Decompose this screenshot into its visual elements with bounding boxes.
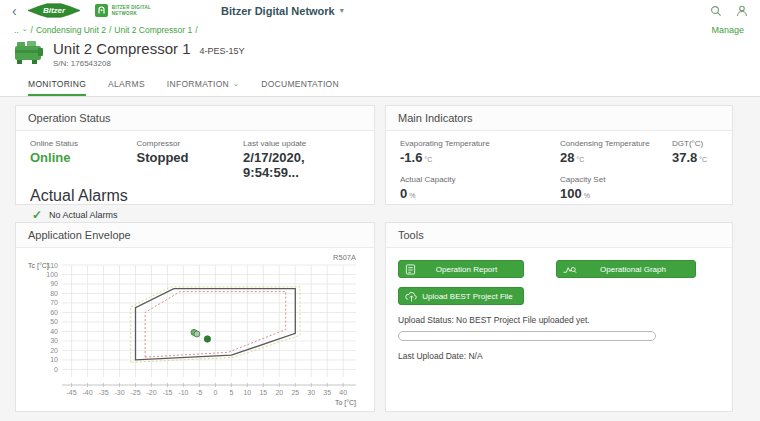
indicator-label: DGT(°C) [672, 139, 707, 148]
svg-text:90: 90 [50, 280, 58, 287]
indicator-value: 100% [560, 186, 605, 201]
breadcrumb-item-compressor[interactable]: Unit 2 Compressor 1 [114, 25, 192, 35]
bitzer-logo-text: Bitzer [43, 6, 66, 15]
compressor-state-value: Stopped [137, 150, 244, 165]
indicator-value: 28°C [560, 150, 672, 165]
breadcrumb: .. ⌄ / Condensing Unit 2 / Unit 2 Compre… [14, 25, 198, 35]
svg-text:60: 60 [50, 309, 58, 316]
device-header: Unit 2 Compressor 1 4-PES-15Y S/N: 17654… [0, 35, 760, 68]
breadcrumb-separator: / [195, 25, 197, 35]
svg-text:-30: -30 [114, 389, 124, 396]
search-icon[interactable] [710, 5, 722, 17]
svg-text:20: 20 [275, 389, 283, 396]
app-title-text: Bitzer Digital Network [221, 5, 335, 17]
upload-icon [405, 291, 418, 302]
svg-text:25: 25 [291, 389, 299, 396]
upload-progress-bar [398, 331, 656, 341]
topbar-actions [710, 5, 748, 17]
svg-text:70: 70 [50, 299, 58, 306]
user-icon[interactable] [736, 5, 748, 17]
indicator-label: Actual Capacity [400, 175, 560, 184]
indicator-value: 37.8°C [672, 150, 707, 165]
svg-text:-35: -35 [98, 389, 108, 396]
svg-text:30: 30 [307, 389, 315, 396]
panel-title: Operation Status [16, 106, 374, 131]
back-icon[interactable]: ‹ [12, 4, 17, 18]
page-title: Unit 2 Compressor 1 [53, 40, 191, 57]
svg-text:-25: -25 [130, 389, 140, 396]
last-update-value: 2/17/2020, 9:54:59... [243, 150, 360, 180]
svg-text:5: 5 [229, 389, 233, 396]
svg-text:-20: -20 [146, 389, 156, 396]
top-section: ‹ Bitzer BITZER DIGITAL NETWORK Bitzer D… [0, 0, 760, 97]
tools-panel: Tools Operation Report Operational Graph [385, 222, 733, 412]
panel-title: Tools [386, 223, 732, 248]
online-status-value: Online [30, 150, 137, 165]
operation-status-panel: Operation Status Online Status Online Co… [15, 105, 375, 205]
graph-icon [563, 264, 577, 275]
breadcrumb-separator: / [109, 25, 111, 35]
svg-text:10: 10 [243, 389, 251, 396]
svg-text:10: 10 [50, 356, 58, 363]
topbar: ‹ Bitzer BITZER DIGITAL NETWORK Bitzer D… [0, 0, 760, 21]
breadcrumb-row: .. ⌄ / Condensing Unit 2 / Unit 2 Compre… [0, 21, 760, 35]
upload-best-project-button[interactable]: Upload BEST Project File [398, 287, 524, 305]
online-status-label: Online Status [30, 139, 137, 148]
svg-text:-15: -15 [162, 389, 172, 396]
svg-text:50: 50 [50, 318, 58, 325]
actual-alarms-label: Actual Alarms [30, 187, 360, 205]
dropdown-arrow-icon: ▾ [340, 6, 344, 15]
svg-text:R507A: R507A [333, 253, 356, 262]
svg-text:40: 40 [50, 328, 58, 335]
tab-monitoring[interactable]: MONITORING [28, 73, 86, 96]
device-model: 4-PES-15Y [200, 46, 245, 56]
svg-text:-5: -5 [196, 389, 202, 396]
app-title-dropdown[interactable]: Bitzer Digital Network ▾ [221, 5, 344, 17]
panel-title: Application Envelope [16, 223, 374, 248]
svg-text:40: 40 [339, 389, 347, 396]
indicator-label: Capacity Set [560, 175, 605, 184]
report-icon [405, 264, 416, 275]
tab-bar: MONITORING ALARMS INFORMATION ⌄ DOCUMENT… [0, 73, 760, 96]
compressor-state-label: Compressor [137, 139, 244, 148]
no-alarms-text: No Actual Alarms [49, 210, 118, 220]
bdn-app-icon [95, 4, 108, 17]
indicator-label: Condensing Temperature [560, 139, 672, 148]
bdn-brand: BITZER DIGITAL NETWORK [95, 4, 151, 17]
tab-alarms[interactable]: ALARMS [108, 73, 145, 96]
breadcrumb-separator: / [31, 25, 33, 35]
svg-text:30: 30 [50, 337, 58, 344]
svg-text:80: 80 [50, 290, 58, 297]
svg-text:0: 0 [54, 366, 58, 373]
svg-text:20: 20 [50, 347, 58, 354]
svg-text:35: 35 [323, 389, 331, 396]
manage-link[interactable]: Manage [711, 25, 744, 35]
svg-text:15: 15 [259, 389, 267, 396]
operation-report-button[interactable]: Operation Report [398, 260, 524, 278]
svg-text:-40: -40 [83, 389, 93, 396]
check-icon: ✓ [32, 209, 42, 221]
breadcrumb-overflow[interactable]: .. [14, 25, 19, 35]
bitzer-logo: Bitzer [27, 3, 81, 18]
breadcrumb-item-unit[interactable]: Condensing Unit 2 [36, 25, 106, 35]
envelope-chart-svg: 0102030405060708090100110-45-40-35-30-25… [26, 251, 362, 411]
upload-status-text: Upload Status: No BEST Project File uplo… [398, 315, 720, 325]
compressor-icon [14, 40, 44, 66]
application-envelope-panel: Application Envelope 0102030405060708090… [15, 222, 375, 412]
svg-text:-45: -45 [67, 389, 77, 396]
svg-text:Tc [°C]: Tc [°C] [28, 262, 49, 270]
main-indicators-panel: Main Indicators Evaporating Temperature … [385, 105, 733, 205]
tab-information[interactable]: INFORMATION ⌄ [167, 73, 239, 96]
operational-graph-button[interactable]: Operational Graph [556, 260, 696, 278]
panel-title: Main Indicators [386, 106, 732, 131]
svg-text:100: 100 [46, 271, 58, 278]
indicator-value: 0% [400, 186, 560, 201]
last-update-label: Last value update [243, 139, 360, 148]
device-serial: S/N: 176543208 [53, 59, 245, 68]
tab-documentation[interactable]: DOCUMENTATION [261, 73, 339, 96]
svg-text:0: 0 [213, 389, 217, 396]
indicator-label: Evaporating Temperature [400, 139, 560, 148]
svg-text:To [°C]: To [°C] [335, 399, 356, 407]
indicator-value: -1.6°C [400, 150, 560, 165]
svg-text:-10: -10 [178, 389, 188, 396]
